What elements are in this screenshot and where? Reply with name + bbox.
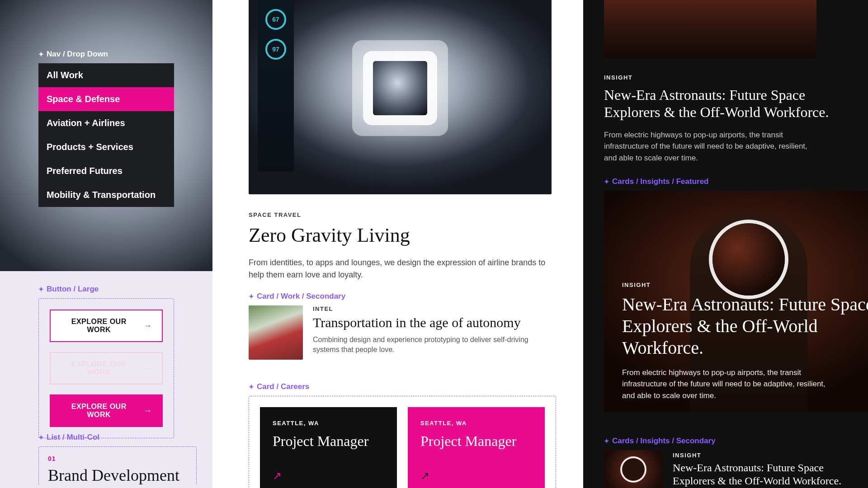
button-label: EXPLORE OUR WORK [61,403,137,419]
nav-item-products-services[interactable]: Products + Services [38,135,174,159]
column-right: INSIGHT New-Era Astronauts: Future Space… [583,0,868,488]
career-title: Project Manager [273,433,384,450]
hero-image: 67 97 [249,0,552,194]
component-label-text: Cards / Insights / Secondary [612,436,716,446]
diamond-icon: ✦ [38,51,44,58]
component-label-button: ✦ Button / Large [38,285,174,294]
card-body: From identities, to apps and lounges, we… [249,257,547,281]
list-item-title: Brand Development [48,466,187,485]
explore-work-button-ghost[interactable]: EXPLORE OUR WORK → [50,352,163,385]
card-work-secondary-block: ✦ Card / Work / Secondary INTEL Transpor… [249,292,556,360]
diamond-icon: ✦ [249,383,254,390]
button-label: EXPLORE OUR WORK [61,360,137,376]
arrow-right-icon: → [144,321,152,331]
explore-work-button-outline[interactable]: EXPLORE OUR WORK → [50,310,163,342]
card-title: Zero Gravity Living [249,224,552,247]
diamond-icon: ✦ [604,437,609,445]
card-insight-featured-block: ✦ Cards / Insights / Featured INSIGHT Ne… [604,177,868,412]
component-label-text: Cards / Insights / Featured [612,177,709,186]
component-label-card-secondary: ✦ Card / Work / Secondary [249,292,556,301]
gauge-panel: 67 97 [258,0,294,172]
card-title: New-Era Astronauts: Future Space Explore… [604,86,848,121]
arrow-right-icon: → [144,406,152,416]
card-body: From electric highways to pop-up airport… [604,129,816,164]
card-title: New-Era Astronauts: Future Space Explore… [673,461,857,488]
component-label-careers: ✦ Card / Careers [249,382,556,391]
left-hero-image: ✦ Nav / Drop Down All Work Space & Defen… [0,0,212,271]
card-work-featured[interactable]: 67 97 SPACE TRAVEL Zero Gravity Living F… [249,0,552,281]
card-insight[interactable]: INSIGHT New-Era Astronauts: Future Space… [604,0,848,164]
component-label-list: ✦ List / Multi-Col [38,433,197,442]
list-multicol-block: ✦ List / Multi-Col 01 Brand Development [38,433,197,485]
card-kicker: SPACE TRAVEL [249,211,552,218]
list-item-number: 01 [48,455,187,462]
button-label: EXPLORE OUR WORK [61,318,137,334]
career-location: SEATTLE, WA [273,420,384,427]
card-body: Combining design and experience prototyp… [313,335,539,355]
card-text: INTEL Transportation in the age of auton… [313,305,539,360]
careers-frame: SEATTLE, WA Project Manager ↗ SEATTLE, W… [249,396,556,488]
column-mid: 67 97 SPACE TRAVEL Zero Gravity Living F… [212,0,583,488]
card-kicker: INSIGHT [673,452,857,459]
component-label-text: List / Multi-Col [47,433,99,442]
card-thumbnail [249,305,303,360]
career-card-dark[interactable]: SEATTLE, WA Project Manager ↗ [260,407,397,488]
card-text: INSIGHT New-Era Astronauts: Future Space… [673,450,857,488]
card-work-secondary[interactable]: INTEL Transportation in the age of auton… [249,305,556,360]
card-title: Transportation in the age of autonomy [313,315,539,330]
component-label-text: Card / Work / Secondary [257,292,345,301]
card-kicker: INSIGHT [604,74,848,81]
nav-dropdown-block: ✦ Nav / Drop Down All Work Space & Defen… [38,50,174,207]
diamond-icon: ✦ [38,434,44,441]
component-label-text: Button / Large [47,285,99,294]
diamond-icon: ✦ [604,178,609,185]
card-careers-block: ✦ Card / Careers SEATTLE, WA Project Man… [249,382,556,488]
career-card-pink[interactable]: SEATTLE, WA Project Manager ↗ [408,407,545,488]
component-label-text: Nav / Drop Down [47,50,108,59]
arrow-up-right-icon: ↗ [273,469,282,482]
career-location: SEATTLE, WA [420,420,532,427]
arrow-right-icon: → [144,364,152,373]
component-label-insight-secondary: ✦ Cards / Insights / Secondary [604,436,857,446]
list-frame: 01 Brand Development [38,446,197,485]
component-label-text: Card / Careers [257,382,309,391]
nav-dropdown: All Work Space & Defense Aviation + Airl… [38,63,174,207]
nav-item-aviation[interactable]: Aviation + Airlines [38,111,174,135]
arrow-up-right-icon: ↗ [420,469,429,482]
featured-overlay: INSIGHT New-Era Astronauts: Future Space… [622,282,868,402]
nav-item-all-work[interactable]: All Work [38,63,174,87]
component-label-insight-featured: ✦ Cards / Insights / Featured [604,177,868,186]
explore-work-button-solid[interactable]: EXPLORE OUR WORK → [50,394,163,427]
button-frame: EXPLORE OUR WORK → EXPLORE OUR WORK → EX… [38,298,174,438]
card-kicker: INTEL [313,305,539,312]
component-label-nav: ✦ Nav / Drop Down [38,50,174,59]
card-title: New-Era Astronauts: Future Space Explore… [622,294,868,359]
insight-image [604,0,816,59]
gauge-ring: 67 [265,9,286,30]
card-insight-secondary[interactable]: INSIGHT New-Era Astronauts: Future Space… [604,450,857,488]
card-insight-secondary-block: ✦ Cards / Insights / Secondary INSIGHT N… [604,436,857,488]
button-large-block: ✦ Button / Large EXPLORE OUR WORK → EXPL… [38,285,174,438]
card-insight-featured[interactable]: INSIGHT New-Era Astronauts: Future Space… [604,191,868,412]
career-title: Project Manager [420,433,532,450]
gauge-ring: 97 [265,39,286,60]
card-kicker: INSIGHT [622,282,868,288]
diamond-icon: ✦ [249,293,254,300]
nav-item-mobility[interactable]: Mobility & Transportation [38,183,174,207]
diamond-icon: ✦ [38,286,44,293]
nav-item-space-defense[interactable]: Space & Defense [38,87,174,111]
column-left: ✦ Nav / Drop Down All Work Space & Defen… [0,0,212,488]
card-body: From electric highways to pop-up airport… [622,367,835,402]
nav-item-preferred-futures[interactable]: Preferred Futures [38,159,174,183]
card-thumbnail [604,450,663,488]
